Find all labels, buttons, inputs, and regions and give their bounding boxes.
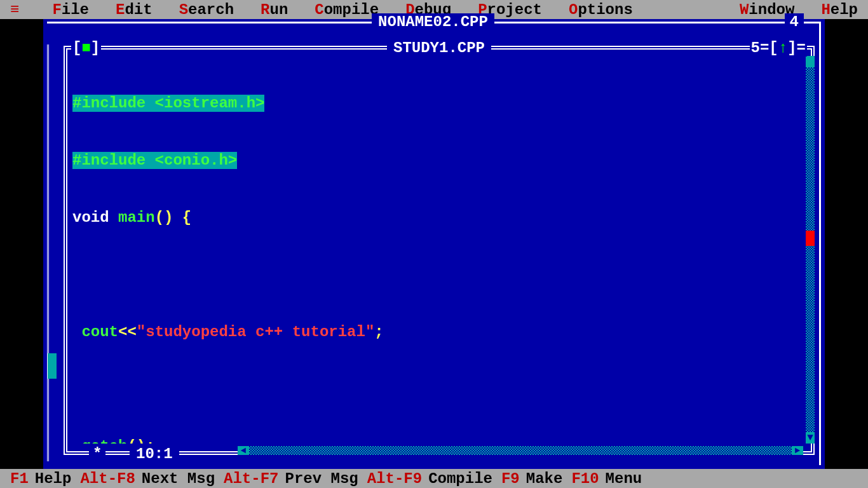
code-line — [72, 266, 803, 285]
scroll-track[interactable] — [249, 446, 792, 455]
code-line: #include <iostream.h> — [72, 94, 803, 113]
status-menu[interactable]: F10Menu — [571, 470, 642, 487]
scroll-left-icon[interactable]: ◄ — [238, 446, 249, 455]
scroll-thumb[interactable] — [806, 231, 815, 246]
status-help[interactable]: F1Help — [10, 470, 71, 487]
scroll-track[interactable] — [806, 67, 815, 432]
window-number: 5 — [751, 39, 760, 57]
editor-window[interactable]: [■] STUDY1.CPP 5=[↑]= #include <iostream… — [60, 42, 818, 459]
horizontal-scrollbar[interactable]: ◄ ► — [238, 446, 803, 455]
cursor-position: 10:1 — [130, 445, 179, 463]
status-make[interactable]: F9Make — [501, 470, 562, 487]
modified-indicator: * — [89, 445, 105, 463]
status-bar: F1Help Alt-F8Next Msg Alt-F7Prev Msg Alt… — [0, 469, 868, 488]
vertical-scrollbar[interactable]: ▲ ▼ — [806, 56, 815, 444]
status-next-msg[interactable]: Alt-F8Next Msg — [80, 470, 215, 487]
desktop: NONAME02.CPP 4 [■] STUDY1.CPP 5=[↑]= #in… — [43, 19, 825, 469]
background-window-title: NONAME02.CPP — [372, 13, 494, 30]
code-line — [72, 380, 803, 399]
scroll-right-icon[interactable]: ► — [792, 446, 803, 455]
code-editor[interactable]: #include <iostream.h> #include <conio.h>… — [72, 56, 803, 444]
scroll-up-icon[interactable]: ▲ — [806, 56, 815, 67]
code-line: #include <conio.h> — [72, 151, 803, 170]
editor-window-title: STUDY1.CPP — [387, 39, 491, 57]
window-zoom-button[interactable]: 5=[↑]= — [750, 39, 807, 57]
code-line: cout<<"studyopedia c++ tutorial"; — [72, 323, 803, 342]
scroll-down-icon[interactable]: ▼ — [806, 432, 815, 444]
left-window-edge — [47, 44, 58, 461]
code-line: getch(); — [72, 437, 803, 444]
menu-help[interactable]: Help — [821, 1, 858, 18]
status-prev-msg[interactable]: Alt-F7Prev Msg — [224, 470, 358, 487]
status-compile[interactable]: Alt-F9Compile — [367, 470, 492, 487]
code-line: void main() { — [72, 208, 803, 227]
system-menu-icon[interactable]: ≡ — [10, 1, 19, 18]
arrow-up-icon: ↑ — [778, 39, 787, 57]
background-window-number: 4 — [785, 13, 804, 30]
